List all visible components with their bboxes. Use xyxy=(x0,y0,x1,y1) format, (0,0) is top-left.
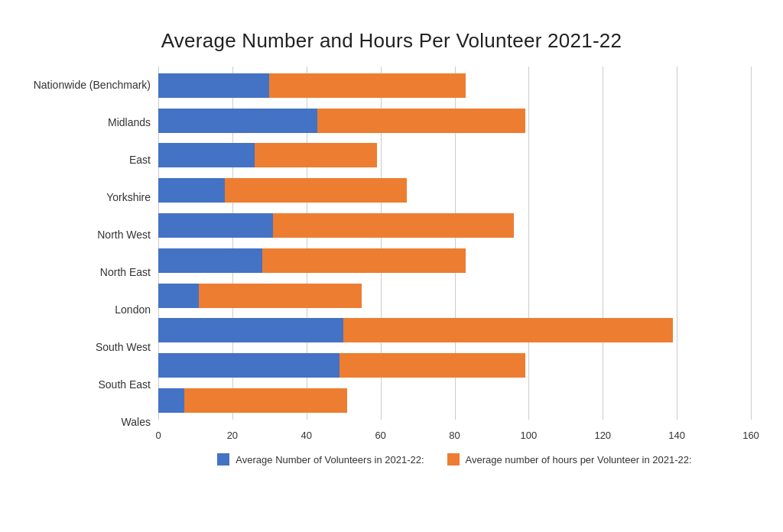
y-label: South East xyxy=(32,378,151,391)
bar-blue xyxy=(158,248,262,273)
x-tick: 100 xyxy=(521,430,538,441)
legend-item-blue: Average Number of Volunteers in 2021-22: xyxy=(217,453,424,466)
y-label: South West xyxy=(32,341,151,354)
bar-orange xyxy=(199,284,362,308)
bar-row xyxy=(158,248,751,273)
bar-blue xyxy=(158,318,343,342)
y-label: Midlands xyxy=(32,116,151,129)
legend: Average Number of Volunteers in 2021-22:… xyxy=(32,453,751,466)
bar-blue xyxy=(158,284,199,308)
y-label: Yorkshire xyxy=(32,191,151,204)
bar-row xyxy=(158,213,751,238)
bar-orange xyxy=(343,318,673,342)
bar-blue xyxy=(158,143,255,167)
x-tick: 60 xyxy=(375,430,385,441)
x-tick: 0 xyxy=(155,430,161,441)
bar-row xyxy=(158,73,751,98)
y-label: London xyxy=(32,303,151,316)
bar-blue xyxy=(158,73,269,98)
y-label: East xyxy=(32,154,151,167)
bar-row xyxy=(158,388,751,413)
x-axis: 020406080100120140160 xyxy=(158,423,751,441)
x-tick: 140 xyxy=(668,430,685,441)
legend-item-orange: Average number of hours per Volunteer in… xyxy=(447,453,692,466)
bar-row xyxy=(158,178,751,203)
y-label: North West xyxy=(32,229,151,242)
bar-row xyxy=(158,143,751,167)
bar-row xyxy=(158,284,751,308)
x-tick: 120 xyxy=(594,430,611,441)
bar-orange xyxy=(273,213,514,238)
y-label: North East xyxy=(32,266,151,279)
y-label: Nationwide (Benchmark) xyxy=(32,79,151,92)
bar-orange xyxy=(225,178,406,203)
bar-blue xyxy=(158,178,225,203)
legend-swatch-blue xyxy=(217,453,229,466)
bar-orange xyxy=(269,73,466,98)
chart-area: Nationwide (Benchmark)MidlandsEastYorksh… xyxy=(32,66,751,441)
bar-orange xyxy=(184,388,347,413)
legend-label-blue: Average Number of Volunteers in 2021-22: xyxy=(236,454,424,466)
bar-blue xyxy=(158,109,317,133)
bar-blue xyxy=(158,213,273,238)
bar-orange xyxy=(340,353,525,378)
bar-orange xyxy=(317,109,525,133)
chart-container: Average Number and Hours Per Volunteer 2… xyxy=(17,14,766,518)
bar-orange xyxy=(255,143,377,167)
bar-blue xyxy=(158,388,184,413)
x-tick: 80 xyxy=(449,430,460,441)
bar-row xyxy=(158,109,751,133)
legend-label-orange: Average number of hours per Volunteer in… xyxy=(466,454,692,466)
x-tick: 20 xyxy=(227,430,238,441)
legend-swatch-orange xyxy=(447,453,460,466)
y-labels: Nationwide (Benchmark)MidlandsEastYorksh… xyxy=(32,66,158,441)
x-tick: 160 xyxy=(742,430,759,441)
grid-and-bars xyxy=(158,66,751,420)
y-label: Wales xyxy=(32,416,151,429)
chart-title: Average Number and Hours Per Volunteer 2… xyxy=(32,29,751,53)
bars-section: 020406080100120140160 xyxy=(158,66,751,441)
x-tick: 40 xyxy=(301,430,312,441)
bar-blue xyxy=(158,353,340,378)
bar-row xyxy=(158,318,751,342)
grid-line xyxy=(751,66,752,420)
bar-orange xyxy=(262,248,466,273)
bars-wrapper xyxy=(158,66,751,420)
bar-row xyxy=(158,353,751,378)
